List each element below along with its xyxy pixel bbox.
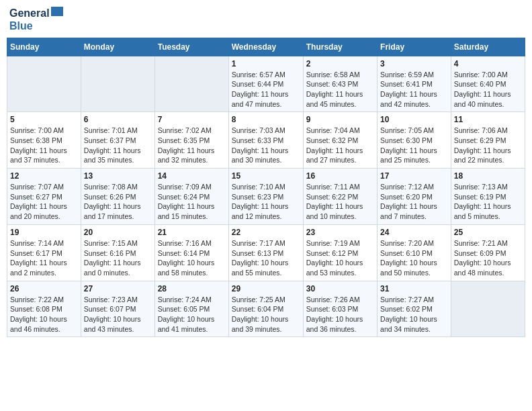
day-cell: 24Sunrise: 7:20 AM Sunset: 6:10 PM Dayli… <box>378 224 451 281</box>
day-number: 15 <box>232 171 300 181</box>
day-info: Sunrise: 7:27 AM Sunset: 6:02 PM Dayligh… <box>380 295 448 334</box>
day-number: 20 <box>84 228 152 237</box>
day-number: 26 <box>10 284 78 293</box>
header-friday: Friday <box>378 38 451 56</box>
day-number: 19 <box>10 228 78 237</box>
header-saturday: Saturday <box>451 38 525 56</box>
week-row-4: 26Sunrise: 7:22 AM Sunset: 6:08 PM Dayli… <box>7 281 525 337</box>
day-info: Sunrise: 7:12 AM Sunset: 6:20 PM Dayligh… <box>380 182 448 222</box>
logo-flag-icon <box>51 7 64 20</box>
day-cell: 13Sunrise: 7:08 AM Sunset: 6:26 PM Dayli… <box>81 169 154 225</box>
day-info: Sunrise: 7:15 AM Sunset: 6:16 PM Dayligh… <box>84 238 152 278</box>
day-cell <box>451 281 525 337</box>
day-cell: 16Sunrise: 7:11 AM Sunset: 6:22 PM Dayli… <box>303 169 377 225</box>
day-info: Sunrise: 7:10 AM Sunset: 6:23 PM Dayligh… <box>232 182 300 222</box>
day-info: Sunrise: 7:20 AM Sunset: 6:10 PM Dayligh… <box>380 238 448 278</box>
day-number: 1 <box>232 59 300 68</box>
day-info: Sunrise: 7:00 AM Sunset: 6:40 PM Dayligh… <box>454 70 522 109</box>
day-info: Sunrise: 6:58 AM Sunset: 6:43 PM Dayligh… <box>306 70 374 109</box>
day-number: 30 <box>306 284 374 293</box>
header-thursday: Thursday <box>303 38 377 56</box>
day-cell: 22Sunrise: 7:17 AM Sunset: 6:13 PM Dayli… <box>228 224 303 281</box>
day-number: 27 <box>84 284 152 293</box>
day-number: 2 <box>306 59 374 68</box>
week-row-3: 19Sunrise: 7:14 AM Sunset: 6:17 PM Dayli… <box>7 224 525 281</box>
day-cell: 9Sunrise: 7:04 AM Sunset: 6:32 PM Daylig… <box>303 112 377 169</box>
day-number: 4 <box>454 59 522 68</box>
logo-text: GeneralBlue <box>9 7 64 32</box>
day-cell: 17Sunrise: 7:12 AM Sunset: 6:20 PM Dayli… <box>378 169 451 225</box>
day-cell: 25Sunrise: 7:21 AM Sunset: 6:09 PM Dayli… <box>451 224 525 281</box>
calendar-table: SundayMondayTuesdayWednesdayThursdayFrid… <box>7 38 525 338</box>
day-info: Sunrise: 7:16 AM Sunset: 6:14 PM Dayligh… <box>158 238 226 278</box>
day-cell: 20Sunrise: 7:15 AM Sunset: 6:16 PM Dayli… <box>81 224 154 281</box>
day-number: 18 <box>454 171 522 181</box>
svg-marker-0 <box>51 7 63 16</box>
page-header: GeneralBlue <box>7 7 525 32</box>
day-number: 10 <box>380 115 448 124</box>
day-number: 8 <box>232 115 300 124</box>
day-cell: 11Sunrise: 7:06 AM Sunset: 6:29 PM Dayli… <box>451 112 525 169</box>
day-number: 29 <box>232 284 300 293</box>
day-cell: 23Sunrise: 7:19 AM Sunset: 6:12 PM Dayli… <box>303 224 377 281</box>
day-cell: 15Sunrise: 7:10 AM Sunset: 6:23 PM Dayli… <box>228 169 303 225</box>
day-cell <box>154 56 228 112</box>
day-info: Sunrise: 7:07 AM Sunset: 6:27 PM Dayligh… <box>10 182 78 222</box>
day-info: Sunrise: 7:01 AM Sunset: 6:37 PM Dayligh… <box>84 126 152 165</box>
header-tuesday: Tuesday <box>154 38 228 56</box>
day-number: 21 <box>158 228 226 237</box>
day-cell: 8Sunrise: 7:03 AM Sunset: 6:33 PM Daylig… <box>228 112 303 169</box>
day-info: Sunrise: 7:05 AM Sunset: 6:30 PM Dayligh… <box>380 126 448 165</box>
day-cell: 26Sunrise: 7:22 AM Sunset: 6:08 PM Dayli… <box>7 281 81 337</box>
day-info: Sunrise: 7:08 AM Sunset: 6:26 PM Dayligh… <box>84 182 152 222</box>
day-number: 14 <box>158 171 226 181</box>
day-number: 16 <box>306 171 374 181</box>
day-cell: 7Sunrise: 7:02 AM Sunset: 6:35 PM Daylig… <box>154 112 228 169</box>
day-cell: 3Sunrise: 6:59 AM Sunset: 6:41 PM Daylig… <box>378 56 451 112</box>
header-sunday: Sunday <box>7 38 81 56</box>
day-cell: 31Sunrise: 7:27 AM Sunset: 6:02 PM Dayli… <box>378 281 451 337</box>
day-cell: 4Sunrise: 7:00 AM Sunset: 6:40 PM Daylig… <box>451 56 525 112</box>
day-number: 3 <box>380 59 448 68</box>
week-row-0: 1Sunrise: 6:57 AM Sunset: 6:44 PM Daylig… <box>7 56 525 112</box>
day-cell: 5Sunrise: 7:00 AM Sunset: 6:38 PM Daylig… <box>7 112 81 169</box>
day-info: Sunrise: 7:04 AM Sunset: 6:32 PM Dayligh… <box>306 126 374 165</box>
header-wednesday: Wednesday <box>228 38 303 56</box>
day-number: 31 <box>380 284 448 293</box>
day-number: 24 <box>380 228 448 237</box>
day-cell <box>7 56 81 112</box>
calendar-header: SundayMondayTuesdayWednesdayThursdayFrid… <box>7 38 525 56</box>
day-info: Sunrise: 7:25 AM Sunset: 6:04 PM Dayligh… <box>232 295 300 334</box>
day-info: Sunrise: 7:24 AM Sunset: 6:05 PM Dayligh… <box>158 295 226 334</box>
day-number: 25 <box>454 228 522 237</box>
day-number: 6 <box>84 115 152 124</box>
day-number: 13 <box>84 171 152 181</box>
day-info: Sunrise: 6:57 AM Sunset: 6:44 PM Dayligh… <box>232 70 300 109</box>
day-number: 5 <box>10 115 78 124</box>
day-number: 28 <box>158 284 226 293</box>
header-monday: Monday <box>81 38 154 56</box>
day-number: 12 <box>10 171 78 181</box>
day-info: Sunrise: 7:26 AM Sunset: 6:03 PM Dayligh… <box>306 295 374 334</box>
calendar-body: 1Sunrise: 6:57 AM Sunset: 6:44 PM Daylig… <box>7 56 525 337</box>
day-info: Sunrise: 7:17 AM Sunset: 6:13 PM Dayligh… <box>232 238 300 278</box>
day-info: Sunrise: 7:21 AM Sunset: 6:09 PM Dayligh… <box>454 238 522 278</box>
day-cell: 6Sunrise: 7:01 AM Sunset: 6:37 PM Daylig… <box>81 112 154 169</box>
day-info: Sunrise: 7:11 AM Sunset: 6:22 PM Dayligh… <box>306 182 374 222</box>
day-info: Sunrise: 7:09 AM Sunset: 6:24 PM Dayligh… <box>158 182 226 222</box>
day-number: 22 <box>232 228 300 237</box>
day-number: 7 <box>158 115 226 124</box>
day-info: Sunrise: 7:13 AM Sunset: 6:19 PM Dayligh… <box>454 182 522 222</box>
day-cell: 10Sunrise: 7:05 AM Sunset: 6:30 PM Dayli… <box>378 112 451 169</box>
day-info: Sunrise: 7:02 AM Sunset: 6:35 PM Dayligh… <box>158 126 226 165</box>
day-info: Sunrise: 7:19 AM Sunset: 6:12 PM Dayligh… <box>306 238 374 278</box>
day-info: Sunrise: 7:00 AM Sunset: 6:38 PM Dayligh… <box>10 126 78 165</box>
day-cell: 18Sunrise: 7:13 AM Sunset: 6:19 PM Dayli… <box>451 169 525 225</box>
day-cell: 2Sunrise: 6:58 AM Sunset: 6:43 PM Daylig… <box>303 56 377 112</box>
logo: GeneralBlue <box>9 7 64 32</box>
day-cell: 29Sunrise: 7:25 AM Sunset: 6:04 PM Dayli… <box>228 281 303 337</box>
day-info: Sunrise: 7:22 AM Sunset: 6:08 PM Dayligh… <box>10 295 78 334</box>
week-row-1: 5Sunrise: 7:00 AM Sunset: 6:38 PM Daylig… <box>7 112 525 169</box>
day-number: 9 <box>306 115 374 124</box>
day-cell: 28Sunrise: 7:24 AM Sunset: 6:05 PM Dayli… <box>154 281 228 337</box>
